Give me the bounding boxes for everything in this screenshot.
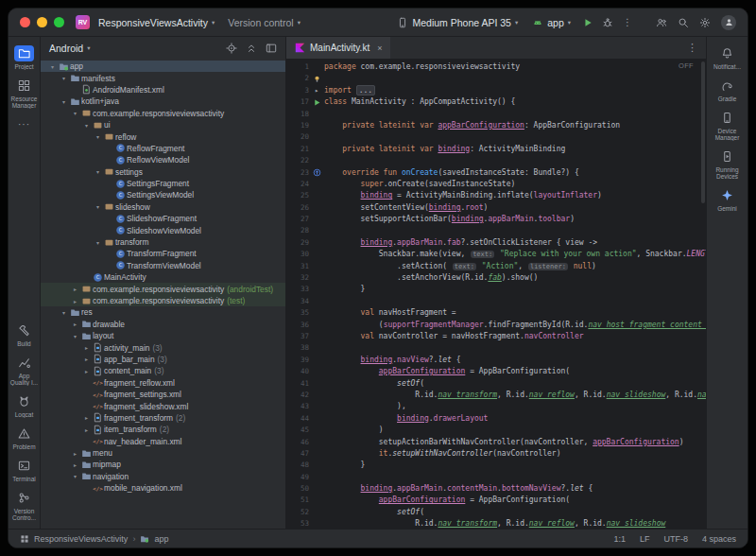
code-line[interactable]: 21 private lateinit var binding: Activit… [286,144,706,155]
vcs-widget[interactable]: Version control ▾ [225,15,303,30]
minimize-window-button[interactable] [37,17,47,27]
tree-item-app-bar-main[interactable]: ▸app_bar_main(3) [41,354,285,365]
chevron-down-icon[interactable]: ▾ [60,309,68,316]
settings-icon[interactable] [699,17,711,28]
code-line[interactable]: 17class MainActivity : AppCompatActivity… [286,96,706,108]
tree-item-fragment-settings-xml[interactable]: </>fragment_settings.xml [41,389,285,400]
tree-item-slideshow[interactable]: ▾slideshow [41,201,285,213]
code-line[interactable]: 42 R.id.nav_transform, R.id.nav_reflow, … [286,390,706,401]
tree-item-mipmap[interactable]: ▸mipmap [41,459,285,470]
search-everywhere-icon[interactable] [678,17,689,28]
tree-item-reflowfragment[interactable]: CReflowFragment [41,143,285,154]
tree-item-res[interactable]: ▾res [41,306,285,318]
code-line[interactable]: 40 appBarConfiguration = AppBarConfigura… [286,366,706,377]
tree-item-drawable[interactable]: ▸drawable [41,319,285,330]
tool-window-button-running-devices[interactable]: Running Devices [707,145,747,183]
breadcrumb-module[interactable]: app [154,534,168,544]
code-line[interactable]: 43 ), [286,401,706,412]
chevron-right-icon[interactable]: ▸ [82,356,91,362]
code-line[interactable]: 47 it.setupWithNavController(navControll… [286,448,706,460]
tree-item-androidmanifest-xml[interactable]: AndroidManifest.xml [41,84,285,96]
tree-item-nav-header-main-xml[interactable]: </>nav_header_main.xml [41,436,285,447]
tree-item-transform[interactable]: ▾transform [41,236,285,248]
project-selector[interactable]: ResponsiveViewsActivity ▾ [95,15,217,30]
indent-widget[interactable]: 4 spaces [702,534,736,544]
code-line[interactable]: 26 setContentView(binding.root) [286,202,706,214]
tree-item-mobile-navigation-xml[interactable]: </>mobile_navigation.xml [41,482,285,494]
tool-window-button-more-tool-windows[interactable]: ··· [9,113,40,136]
code-line[interactable]: 39 binding.navView?.let { [286,355,706,366]
caret-position-widget[interactable]: 1:1 [613,534,626,544]
chevron-right-icon[interactable]: ▸ [71,298,79,304]
chevron-down-icon[interactable]: ▾ [71,473,79,479]
close-tab-icon[interactable]: × [377,43,382,53]
tree-item-reflow[interactable]: ▾reflow [41,130,285,142]
code-line[interactable]: 3▸import ... [286,85,706,96]
code-line[interactable]: 32 .setAnchorView(R.id.fab).show() [286,272,706,284]
code-line[interactable]: 45 ) [286,425,706,436]
tree-item-transformviewmodel[interactable]: CTransformViewModel [41,260,285,271]
code-line[interactable]: 46 setupActionBarWithNavController(navCo… [286,437,706,448]
tool-window-button-resource-manager[interactable]: Resource Manager [9,74,40,113]
chevron-right-icon[interactable]: ▸ [71,461,79,468]
line-separator-widget[interactable]: LF [640,534,650,544]
code-line[interactable]: 30 Snackbar.make(view, text: "Replace wi… [286,249,706,260]
tree-item-com-example-responsiveviewsactivity[interactable]: ▸com.example.responsiveviewsactivity(and… [41,283,285,294]
chevron-right-icon[interactable]: ▸ [82,344,91,351]
code-line[interactable]: 18 [286,109,706,120]
chevron-right-icon[interactable]: ▸ [71,321,79,327]
editor-scrollbar[interactable] [701,61,705,203]
code-line[interactable]: 29 binding.appBarMain.fab?.setOnClickLis… [286,237,706,249]
tree-item-app[interactable]: ▾app [41,61,285,72]
run-configuration-selector[interactable]: app ▾ [529,15,574,30]
code-line[interactable]: 51 appBarConfiguration = AppBarConfigura… [286,495,706,506]
tree-item-activity-main[interactable]: ▸activity_main(3) [41,341,285,353]
collapse-all-icon[interactable] [246,43,257,54]
code-line[interactable]: 2 [286,73,706,84]
editor-tab-mainactivity[interactable]: MainActivity.kt × [286,37,390,59]
tool-window-button-logcat[interactable]: Logcat [9,390,40,422]
chevron-down-icon[interactable]: ▾ [71,333,79,339]
tool-window-button-gradle[interactable]: Gradle [707,74,747,106]
intention-bulb-icon[interactable] [309,73,324,84]
breadcrumb-project[interactable]: ResponsiveViewsActivity [34,534,128,544]
project-view-mode-selector[interactable]: Android [49,43,83,54]
chevron-down-icon[interactable]: ▾ [71,110,79,116]
tree-item-mainactivity[interactable]: CMainActivity [41,271,285,283]
code-line[interactable]: 22 [286,155,706,166]
tool-window-button-version-control[interactable]: Version Contro... [9,486,40,525]
tree-item-manifests[interactable]: ▾manifests [41,72,285,83]
code-line[interactable]: 27 setSupportActionBar(binding.appBarMai… [286,214,706,225]
editor-options-icon[interactable]: ⋮ [679,37,706,59]
debug-button[interactable] [602,17,613,28]
fold-indicator-icon[interactable]: ▸ [309,85,324,96]
code-line[interactable]: 50 binding.appBarMain.contentMain.bottom… [286,483,706,495]
chevron-right-icon[interactable]: ▸ [82,426,91,433]
code-with-me-icon[interactable] [656,17,667,28]
tool-window-button-gemini[interactable]: Gemini [707,183,747,216]
code-line[interactable]: 28 [286,225,706,236]
code-line[interactable]: 44 binding.drawerLayout [286,413,706,425]
tree-item-fragment-transform[interactable]: ▸fragment_transform(2) [41,412,285,424]
code-line[interactable]: 36 (supportFragmentManager.findFragmentB… [286,320,706,331]
code-line[interactable]: 48 } [286,460,706,471]
code-line[interactable]: 35 val navHostFragment = [286,307,706,319]
tool-window-button-project[interactable]: Project [9,42,40,74]
tool-window-button-notifications[interactable]: Notificat... [707,42,747,74]
chevron-down-icon[interactable]: ▾ [48,63,57,70]
code-line[interactable]: 33 } [286,284,706,295]
select-opened-file-icon[interactable] [226,43,237,54]
code-line[interactable]: 1package com.example.responsiveviewsacti… [286,61,706,73]
chevron-down-icon[interactable]: ▾ [94,239,102,246]
code-line[interactable]: 37 val navController = navHostFragment.n… [286,331,706,342]
tree-item-navigation[interactable]: ▾navigation [41,471,285,482]
tool-window-button-build[interactable]: Build [9,319,40,351]
tree-item-layout[interactable]: ▾layout [41,330,285,341]
code-line[interactable]: 53 R.id.nav_transform, R.id.nav_reflow, … [286,518,706,529]
tree-item-fragment-slideshow-xml[interactable]: </>fragment_slideshow.xml [41,400,285,411]
chevron-down-icon[interactable]: ▾ [94,168,102,175]
code-line[interactable]: 31 .setAction( text: "Action", listener:… [286,261,706,272]
close-window-button[interactable] [20,17,30,27]
tool-window-button-problems[interactable]: Problem [9,422,40,454]
code-editor[interactable]: OFF 1package com.example.responsiveviews… [286,60,706,529]
